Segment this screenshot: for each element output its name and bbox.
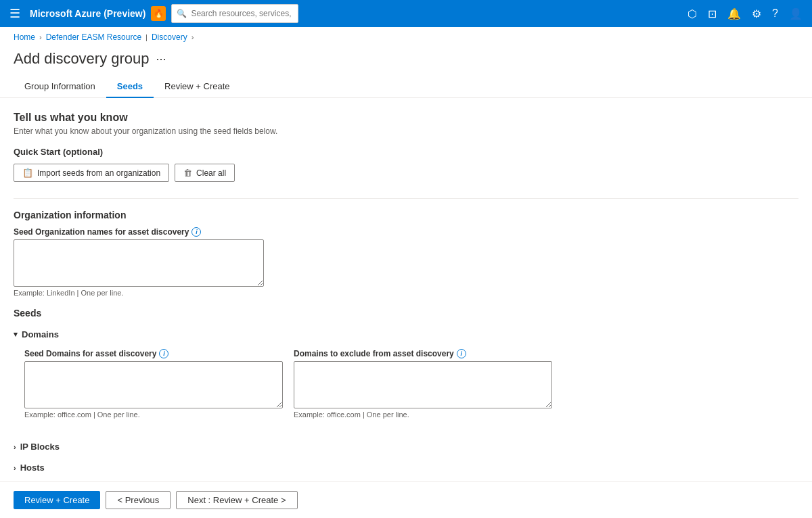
breadcrumb-sep-2: ›: [191, 33, 194, 41]
quick-start-section: Quick Start (optional) 📋 Import seeds fr…: [14, 147, 798, 182]
tab-review-create[interactable]: Review + Create: [154, 76, 240, 98]
seeds-section: Seeds ▾ Domains Seed Domains for asset d…: [14, 308, 798, 473]
divider-1: [14, 198, 798, 199]
import-seeds-button[interactable]: 📋 Import seeds from an organization: [14, 164, 169, 182]
ip-blocks-section: › IP Blocks: [14, 438, 798, 456]
more-options-icon[interactable]: ···: [156, 53, 166, 65]
seed-domains-info-icon[interactable]: i: [159, 349, 168, 358]
section-title: Tell us what you know: [14, 112, 798, 124]
notifications-icon[interactable]: 🔔: [723, 3, 745, 24]
quick-start-label: Quick Start (optional): [14, 147, 798, 157]
exclude-domains-hint: Example: office.com | One per line.: [294, 410, 552, 419]
org-names-info-icon[interactable]: i: [191, 227, 201, 237]
chevron-right-2-icon: ›: [14, 464, 16, 472]
org-names-field: Seed Organization names for asset discov…: [14, 227, 798, 308]
chevron-right-icon: ›: [14, 443, 16, 451]
domains-label: Domains: [22, 329, 59, 339]
quick-start-buttons: 📋 Import seeds from an organization 🗑 Cl…: [14, 164, 798, 182]
ip-blocks-label: IP Blocks: [20, 442, 60, 452]
domains-section: ▾ Domains Seed Domains for asset discove…: [14, 325, 798, 435]
domains-content: Seed Domains for asset discovery i Examp…: [14, 344, 798, 435]
trash-icon: 🗑: [183, 168, 192, 178]
seed-domains-hint: Example: office.com | One per line.: [24, 410, 283, 419]
hamburger-icon[interactable]: ☰: [5, 2, 24, 25]
app-title: Microsoft Azure (Preview): [30, 8, 145, 19]
hosts-collapse-toggle[interactable]: › Hosts: [14, 458, 798, 473]
section-desc: Enter what you know about your organizat…: [14, 126, 798, 136]
breadcrumb-defender[interactable]: Defender EASM Resource: [46, 32, 141, 42]
org-names-hint: Example: LinkedIn | One per line.: [14, 289, 798, 297]
breadcrumb-pipe: |: [145, 33, 148, 41]
feedback-icon[interactable]: ⊡: [704, 3, 721, 24]
exclude-domains-info-icon[interactable]: i: [457, 349, 466, 358]
chevron-down-icon: ▾: [14, 330, 18, 339]
clear-all-button[interactable]: 🗑 Clear all: [175, 164, 235, 182]
top-navigation: ☰ Microsoft Azure (Preview) 🔥 🔍 ⬡ ⊡ 🔔 ⚙ …: [0, 0, 812, 27]
ip-blocks-collapse-toggle[interactable]: › IP Blocks: [14, 438, 798, 456]
seeds-title: Seeds: [14, 308, 798, 319]
nav-icons-group: ⬡ ⊡ 🔔 ⚙ ? 👤: [683, 3, 807, 24]
tabs-container: Group Information Seeds Review + Create: [0, 76, 812, 98]
page-title: Add discovery group: [14, 50, 150, 68]
page-header: Add discovery group ···: [0, 47, 812, 76]
exclude-domains-field: Domains to exclude from asset discovery …: [294, 349, 552, 429]
seed-domains-label: Seed Domains for asset discovery i: [24, 349, 283, 358]
breadcrumb-home[interactable]: Home: [14, 32, 35, 42]
org-info-title: Organization information: [14, 210, 798, 220]
search-input[interactable]: [171, 4, 298, 23]
seed-domains-field: Seed Domains for asset discovery i Examp…: [24, 349, 283, 429]
domains-collapse-toggle[interactable]: ▾ Domains: [14, 325, 798, 344]
app-logo: 🔥: [151, 6, 166, 21]
hosts-label: Hosts: [20, 463, 45, 473]
org-names-textarea[interactable]: [14, 239, 264, 287]
help-icon[interactable]: ?: [768, 3, 782, 24]
main-content: Tell us what you know Enter what you kno…: [0, 98, 812, 473]
hosts-section: › Hosts: [14, 458, 798, 473]
settings-icon[interactable]: ⚙: [748, 3, 765, 24]
breadcrumb-sep-1: ›: [39, 33, 42, 41]
user-icon[interactable]: 👤: [785, 3, 807, 24]
cloud-shell-icon[interactable]: ⬡: [683, 3, 701, 24]
search-container: 🔍: [171, 4, 510, 23]
breadcrumb-discovery[interactable]: Discovery: [152, 32, 187, 42]
breadcrumb: Home › Defender EASM Resource | Discover…: [0, 27, 812, 47]
exclude-domains-label: Domains to exclude from asset discovery …: [294, 349, 552, 358]
exclude-domains-textarea[interactable]: [294, 361, 552, 408]
org-info-section: Organization information Seed Organizati…: [14, 210, 798, 308]
domains-fields: Seed Domains for asset discovery i Examp…: [24, 349, 552, 429]
search-icon: 🔍: [177, 9, 187, 18]
org-names-label: Seed Organization names for asset discov…: [14, 227, 798, 237]
import-icon: 📋: [22, 168, 33, 178]
tab-group-information[interactable]: Group Information: [14, 76, 106, 98]
tell-us-section: Tell us what you know Enter what you kno…: [14, 112, 798, 136]
tab-seeds[interactable]: Seeds: [106, 76, 154, 98]
seed-domains-textarea[interactable]: [24, 361, 283, 408]
